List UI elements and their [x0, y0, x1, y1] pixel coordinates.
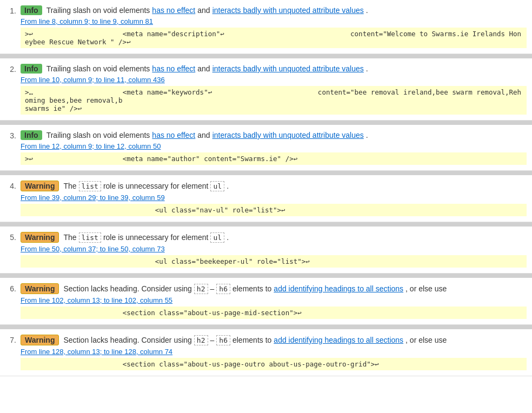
result-item: 2.InfoTrailing slash on void elements ha… — [0, 58, 532, 121]
item-number: 2. — [0, 64, 21, 74]
item-content: InfoTrailing slash on void elements has … — [21, 130, 532, 165]
middle-text: and — [197, 131, 210, 139]
link-has-no-effect[interactable]: has no effect — [152, 131, 195, 139]
code-ul: ul — [210, 181, 224, 191]
middle-text: and — [197, 6, 210, 15]
dash: – — [210, 284, 215, 293]
link-has-no-effect[interactable]: has no effect — [152, 64, 195, 73]
item-number: 7. — [0, 335, 21, 344]
type-badge: Info — [21, 64, 42, 74]
separator — [0, 222, 532, 227]
item-number: 3. — [0, 130, 21, 140]
type-badge: Warning — [21, 232, 59, 243]
end-text: . — [366, 131, 368, 139]
item-number: 6. — [0, 283, 21, 293]
item-content: WarningThe list role is unnecessary for … — [21, 181, 532, 216]
type-badge: Warning — [21, 335, 59, 345]
code-h2: h2 — [194, 335, 208, 345]
item-content: WarningSection lacks heading. Consider u… — [21, 283, 532, 319]
separator — [0, 325, 532, 329]
link-interacts-badly[interactable]: interacts badly with unquoted attribute … — [212, 6, 364, 15]
location-link[interactable]: From line 10, column 9; to line 11, colu… — [21, 76, 527, 84]
message-text: Trailing slash on void elements — [46, 131, 150, 139]
end-text: , or else use — [405, 284, 447, 293]
message-text: The — [63, 182, 76, 190]
result-item: 6.WarningSection lacks heading. Consider… — [0, 278, 532, 325]
location-link[interactable]: From line 8, column 9; to line 9, column… — [21, 17, 527, 25]
item-content: WarningThe list role is unnecessary for … — [21, 232, 532, 268]
message2-text: role is unnecessary for element — [103, 182, 209, 190]
code-ul: ul — [210, 232, 224, 243]
item-number: 4. — [0, 181, 21, 190]
item-content: InfoTrailing slash on void elements has … — [21, 5, 532, 48]
link-add-headings[interactable]: add identifying headings to all sections — [274, 336, 403, 344]
item-number: 1. — [0, 5, 21, 15]
message-text: The — [63, 233, 76, 242]
location-link[interactable]: From line 50, column 37; to line 50, col… — [21, 245, 527, 253]
item-main-line: InfoTrailing slash on void elements has … — [21, 5, 527, 15]
separator — [0, 121, 532, 125]
item-main-line: WarningSection lacks heading. Consider u… — [21, 283, 527, 294]
result-item: 4.WarningThe list role is unnecessary fo… — [0, 175, 532, 222]
item-main-line: WarningThe list role is unnecessary for … — [21, 232, 527, 243]
item-content: InfoTrailing slash on void elements has … — [21, 64, 532, 115]
end-text: . — [227, 182, 229, 190]
message-text: Section lacks heading. Consider using — [63, 284, 191, 293]
message2-text: elements to — [232, 336, 271, 344]
code-h6: h6 — [216, 335, 230, 345]
code-list: list — [79, 232, 101, 243]
dash: – — [210, 336, 215, 344]
result-item: 7.WarningSection lacks heading. Consider… — [0, 329, 532, 376]
type-badge: Info — [21, 130, 42, 140]
result-item: 5.WarningThe list role is unnecessary fo… — [0, 227, 532, 274]
code-block: >↩ <meta name="author" content="Swarms.i… — [21, 152, 527, 165]
type-badge: Warning — [21, 283, 59, 294]
item-number: 5. — [0, 232, 21, 242]
code-h6: h6 — [216, 284, 230, 294]
message2-text: elements to — [232, 284, 271, 293]
end-text: . — [366, 6, 368, 15]
item-main-line: WarningSection lacks heading. Consider u… — [21, 335, 527, 345]
code-block: <ul class="beekeeper-ul" role="list">↩ — [21, 255, 527, 268]
item-main-line: WarningThe list role is unnecessary for … — [21, 181, 527, 191]
code-block: >↩ <meta name="description"↩ content="We… — [21, 28, 527, 48]
message-text: Trailing slash on void elements — [46, 64, 150, 73]
end-text: , or else use — [405, 336, 447, 344]
link-add-headings[interactable]: add identifying headings to all sections — [274, 284, 403, 293]
code-list: list — [79, 181, 101, 191]
location-link[interactable]: From line 12, column 9; to line 12, colu… — [21, 142, 527, 150]
middle-text: and — [197, 64, 210, 73]
result-item: 1.InfoTrailing slash on void elements ha… — [0, 0, 532, 54]
type-badge: Warning — [21, 181, 59, 191]
code-h2: h2 — [194, 284, 208, 294]
code-block: <ul class="nav-ul" role="list">↩ — [21, 204, 527, 216]
message2-text: role is unnecessary for element — [103, 233, 209, 242]
type-badge: Info — [21, 5, 42, 15]
link-has-no-effect[interactable]: has no effect — [152, 6, 195, 15]
location-link[interactable]: From line 128, column 13; to line 128, c… — [21, 348, 527, 356]
item-main-line: InfoTrailing slash on void elements has … — [21, 130, 527, 140]
result-item: 3.InfoTrailing slash on void elements ha… — [0, 125, 532, 171]
item-content: WarningSection lacks heading. Consider u… — [21, 335, 532, 370]
separator — [0, 54, 532, 58]
message-text: Section lacks heading. Consider using — [63, 336, 191, 344]
results-container: 1.InfoTrailing slash on void elements ha… — [0, 0, 532, 376]
separator — [0, 171, 532, 175]
end-text: . — [227, 233, 229, 242]
code-block: <section class="about-us-page-mid-sectio… — [21, 307, 527, 319]
end-text: . — [366, 64, 368, 73]
code-block: >… <meta name="keywords"↩ content="bee r… — [21, 86, 527, 115]
item-main-line: InfoTrailing slash on void elements has … — [21, 64, 527, 74]
link-interacts-badly[interactable]: interacts badly with unquoted attribute … — [212, 131, 364, 139]
location-link[interactable]: From line 39, column 29; to line 39, col… — [21, 194, 527, 202]
link-interacts-badly[interactable]: interacts badly with unquoted attribute … — [212, 64, 364, 73]
separator — [0, 274, 532, 278]
message-text: Trailing slash on void elements — [46, 6, 150, 15]
location-link[interactable]: From line 102, column 13; to line 102, c… — [21, 296, 527, 304]
code-block: <section class="about-us-page-outro abou… — [21, 358, 527, 370]
